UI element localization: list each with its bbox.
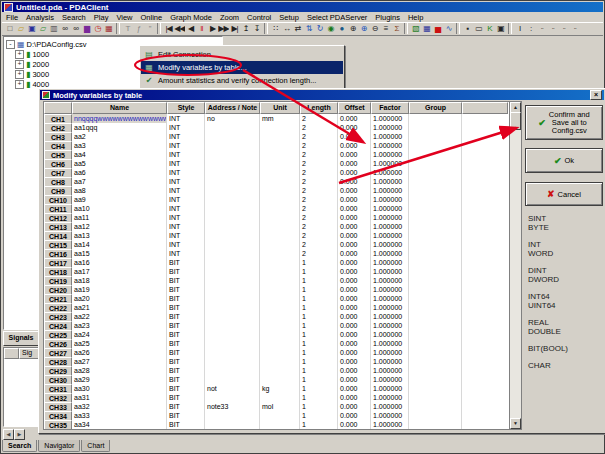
new-file-icon[interactable]: □ bbox=[4, 23, 15, 34]
cancel-button[interactable]: ✘ Cancel bbox=[525, 182, 603, 206]
column-header[interactable]: Length bbox=[300, 102, 338, 114]
menu-item[interactable]: Help bbox=[404, 13, 427, 22]
menu-item[interactable]: Select PDAServer bbox=[303, 13, 371, 22]
column-header[interactable]: Address / Note bbox=[205, 102, 260, 114]
scatter-chart-icon[interactable]: ▧ bbox=[410, 23, 421, 34]
globe-icon[interactable]: ● bbox=[336, 23, 347, 34]
collapse-icon[interactable]: - bbox=[6, 40, 15, 49]
rewind-icon[interactable]: ◀◀ bbox=[174, 23, 185, 34]
bar-chart-icon[interactable]: ▅ bbox=[432, 23, 443, 34]
fit-window-icon[interactable]: ⇄ bbox=[292, 23, 303, 34]
fast-forward-icon[interactable]: ▶▶ bbox=[218, 23, 229, 34]
dots-icon[interactable]: : bbox=[525, 23, 536, 34]
skip-end-icon[interactable]: ▶| bbox=[229, 23, 240, 34]
menu-item[interactable]: Search bbox=[58, 13, 90, 22]
flag-icon[interactable]: K bbox=[484, 23, 495, 34]
jump-up-icon[interactable]: ↥ bbox=[240, 23, 251, 34]
cell-unit[interactable] bbox=[260, 420, 300, 430]
scroll-left-icon[interactable]: ◀ bbox=[3, 429, 14, 440]
line-chart-icon[interactable]: ∿ bbox=[443, 23, 454, 34]
expand-icon[interactable]: + bbox=[15, 50, 24, 59]
menu-item-edit-connection[interactable]: ▤ Edit Connection... bbox=[141, 48, 343, 61]
column-header[interactable]: Offset bbox=[338, 102, 371, 114]
column-header[interactable]: Name bbox=[72, 102, 167, 114]
menu-item[interactable]: Control bbox=[243, 13, 275, 22]
tab-navigator[interactable]: Navigator bbox=[38, 440, 80, 452]
zoom-area-icon[interactable]: ⊕ bbox=[358, 23, 369, 34]
cell-name[interactable]: aa34 bbox=[72, 420, 167, 430]
menu-item-modify-variables[interactable]: ▦ Modify variables by table... bbox=[141, 61, 343, 74]
scroll-right-icon[interactable]: ▶ bbox=[14, 429, 25, 440]
column-header[interactable]: Factor bbox=[371, 102, 409, 114]
row-header[interactable]: CH35 bbox=[44, 420, 72, 430]
frame-icon[interactable]: ▭ bbox=[473, 23, 484, 34]
confirm-save-button[interactable]: ✔ Confirm and Save all to Config.csv bbox=[525, 105, 603, 140]
menu-item[interactable]: Play bbox=[90, 13, 113, 22]
scroll-down-icon[interactable]: ▼ bbox=[510, 418, 521, 429]
list-icon[interactable]: ≡ bbox=[380, 23, 391, 34]
tab-search[interactable]: Search bbox=[2, 440, 37, 452]
zoom-in-icon[interactable]: ⊕ bbox=[347, 23, 358, 34]
column-header[interactable]: Unit bbox=[260, 102, 300, 114]
cell-length[interactable]: 1 bbox=[300, 420, 338, 430]
step1-icon[interactable]: ∙∙ bbox=[536, 23, 547, 34]
open-file-icon[interactable]: ▱ bbox=[15, 23, 26, 34]
refresh-icon[interactable]: ↻ bbox=[314, 23, 325, 34]
jump-down-icon[interactable]: ↧ bbox=[251, 23, 262, 34]
box-icon[interactable]: ▣ bbox=[495, 23, 506, 34]
text-toggle-icon[interactable]: T bbox=[122, 23, 133, 34]
table-scrollbar[interactable]: ▲ ▼ bbox=[509, 101, 522, 430]
calendar-icon[interactable]: ▦ bbox=[103, 23, 114, 34]
expand-icon[interactable]: + bbox=[15, 70, 24, 79]
cell-factor[interactable]: 1.000000 bbox=[371, 420, 409, 430]
cell-offset[interactable]: 0.000 bbox=[338, 420, 371, 430]
dot-icon[interactable]: ▪ bbox=[462, 23, 473, 34]
palette-icon[interactable]: ▆ bbox=[81, 23, 92, 34]
cell-address[interactable] bbox=[205, 420, 260, 430]
column-header[interactable]: Group bbox=[409, 102, 462, 114]
print-icon[interactable]: ▥ bbox=[48, 23, 59, 34]
menu-item[interactable]: Graph Mode bbox=[166, 13, 216, 22]
menu-item-amount-statistics[interactable]: ✔ Amount statistics and verify connectio… bbox=[141, 74, 343, 87]
clock-icon[interactable]: ◷ bbox=[92, 23, 103, 34]
stats-icon[interactable]: Σ bbox=[391, 23, 402, 34]
pause-icon[interactable]: ‖ bbox=[196, 23, 207, 34]
world-icon[interactable]: ◉ bbox=[325, 23, 336, 34]
cell-group[interactable] bbox=[409, 420, 462, 430]
range-icon[interactable]: ∷ bbox=[270, 23, 281, 34]
menu-item[interactable]: Setup bbox=[275, 13, 303, 22]
menu-item[interactable]: Plugins bbox=[371, 13, 404, 22]
table-chart-icon[interactable]: ▦ bbox=[421, 23, 432, 34]
fit-width-icon[interactable]: ↔ bbox=[281, 23, 292, 34]
dialog-title-bar[interactable]: Modify variables by table × bbox=[40, 90, 604, 100]
column-header[interactable] bbox=[44, 102, 72, 114]
skip-start-icon[interactable]: |◀ bbox=[163, 23, 174, 34]
menu-item[interactable]: Zoom bbox=[216, 13, 243, 22]
zoom-out-icon[interactable]: ⊖ bbox=[369, 23, 380, 34]
save-icon[interactable]: ▣ bbox=[26, 23, 37, 34]
search-icon[interactable]: ∞ bbox=[59, 23, 70, 34]
function-icon[interactable]: ƒ bbox=[133, 23, 144, 34]
import-icon[interactable]: ▱ bbox=[37, 23, 48, 34]
expand-icon[interactable]: + bbox=[15, 60, 24, 69]
close-icon[interactable]: × bbox=[590, 90, 602, 100]
step2-icon[interactable]: ∙∙ bbox=[547, 23, 558, 34]
sort-icon[interactable]: ⇅ bbox=[303, 23, 314, 34]
tab-chart[interactable]: Chart bbox=[81, 440, 110, 452]
step3-icon[interactable]: ∙∙ bbox=[558, 23, 569, 34]
play-icon[interactable]: ▶ bbox=[207, 23, 218, 34]
search-next-icon[interactable]: ∞ bbox=[70, 23, 81, 34]
column-header[interactable] bbox=[462, 102, 508, 114]
menu-item[interactable]: Online bbox=[137, 13, 167, 22]
column-header[interactable]: Style bbox=[167, 102, 205, 114]
signals-tab[interactable]: Signals bbox=[3, 331, 39, 346]
scroll-thumb[interactable] bbox=[510, 112, 521, 130]
comment-icon[interactable]: ” bbox=[144, 23, 155, 34]
cursor-icon[interactable]: I bbox=[514, 23, 525, 34]
menu-item[interactable]: Analysis bbox=[22, 13, 58, 22]
expand-icon[interactable]: + bbox=[15, 80, 24, 89]
menu-item[interactable]: File bbox=[2, 13, 22, 22]
step4-icon[interactable]: ∙∙ bbox=[569, 23, 580, 34]
ok-button[interactable]: ✔ Ok bbox=[525, 148, 603, 173]
menu-item[interactable]: View bbox=[112, 13, 136, 22]
